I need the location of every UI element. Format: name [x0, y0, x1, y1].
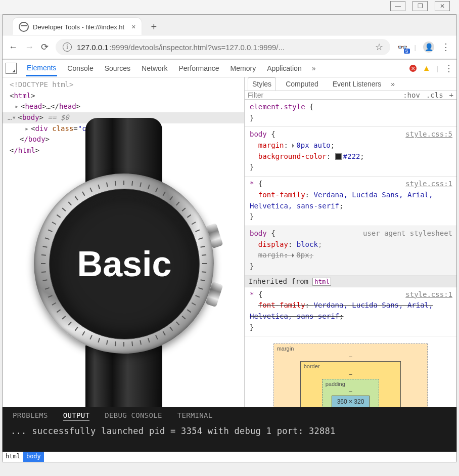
rule-source-link[interactable]: style.css:1: [405, 179, 452, 190]
forward-button[interactable]: →: [25, 42, 34, 53]
window-close-button[interactable]: ✕: [435, 1, 450, 11]
rule-source-link[interactable]: style.css:1: [405, 289, 452, 300]
error-badge-icon[interactable]: ✕: [409, 65, 417, 72]
back-button[interactable]: ←: [9, 42, 18, 53]
tab-performance[interactable]: Performance: [177, 61, 220, 75]
style-rule[interactable]: element.style {}: [245, 100, 456, 127]
window-minimize-button[interactable]: —: [390, 1, 405, 11]
browser-menu-button[interactable]: ⋮: [441, 41, 450, 53]
watch-crown-icon: [205, 282, 223, 308]
output-log-line: ... successfully launched pid = 3354 wit…: [3, 423, 456, 436]
bookmark-star-icon[interactable]: ☆: [375, 41, 383, 53]
devtools-menu-button[interactable]: ⋮: [444, 63, 453, 74]
tab-console[interactable]: Console: [66, 61, 94, 75]
box-model-diagram[interactable]: margin – border – padding – 360 × 320 –: [245, 336, 456, 407]
crumb-html[interactable]: html: [3, 452, 23, 462]
tab-problems[interactable]: PROBLEMS: [13, 411, 48, 421]
tab-event-listeners[interactable]: Event Listeners: [328, 77, 386, 91]
hover-toggle[interactable]: :hov: [403, 91, 420, 99]
color-swatch-icon[interactable]: [335, 153, 342, 160]
more-tabs-icon[interactable]: »: [312, 64, 316, 72]
window-maximize-button[interactable]: ❐: [412, 1, 428, 11]
warning-badge-icon[interactable]: ▲: [423, 64, 431, 73]
editor-output-panel: PROBLEMS OUTPUT DEBUG CONSOLE TERMINAL .…: [3, 407, 456, 452]
devtools-tabbar: Elements Console Sources Network Perform…: [3, 60, 456, 77]
globe-icon: [19, 22, 29, 32]
tab-network[interactable]: Network: [141, 61, 168, 75]
rule-source-label: user agent stylesheet: [363, 228, 452, 239]
style-rule[interactable]: style.css:1 * { font-family: Verdana, Lu…: [245, 177, 456, 226]
extension-badge: S: [404, 49, 410, 54]
extension-icon[interactable]: 👓 S: [397, 42, 407, 52]
box-model-size: 360 × 320: [332, 396, 370, 407]
style-rule[interactable]: style.css:5 body { margin: 0px auto; bac…: [245, 127, 456, 177]
tab-sources[interactable]: Sources: [104, 61, 131, 75]
browser-chrome: Developer Tools - file:///index.ht × + ←…: [2, 14, 457, 462]
more-style-tabs-icon[interactable]: »: [391, 80, 395, 88]
os-titlebar: — ❐ ✕: [0, 0, 459, 14]
add-rule-button[interactable]: +: [449, 91, 453, 99]
profile-avatar[interactable]: 👤: [423, 41, 434, 53]
tab-elements[interactable]: Elements: [26, 61, 57, 76]
inherited-from-divider: Inherited from html: [245, 276, 456, 287]
styles-filter-bar: Filter :hov .cls +: [245, 91, 456, 100]
element-picker-icon[interactable]: [6, 63, 17, 74]
tab-memory[interactable]: Memory: [230, 61, 257, 75]
dom-tree-pane: <!DOCTYPE html> <html> ▸<head>…</head> ……: [3, 77, 245, 407]
devtools: Elements Console Sources Network Perform…: [3, 59, 456, 462]
reload-button[interactable]: ⟳: [41, 41, 49, 53]
url-rest: :9999/devtools/inspector.html?ws=127.0.0…: [110, 43, 285, 52]
tab-computed[interactable]: Computed: [281, 77, 323, 91]
url-host: 127.0.0.1: [77, 43, 109, 52]
browser-window: — ❐ ✕ Developer Tools - file:///index.ht…: [0, 0, 459, 476]
crumb-body[interactable]: body: [23, 452, 44, 462]
tab-styles[interactable]: Styles: [248, 77, 276, 91]
browser-tab[interactable]: Developer Tools - file:///index.ht ×: [13, 18, 142, 35]
tab-strip: Developer Tools - file:///index.ht × +: [3, 15, 456, 35]
watch-preview: Basic: [15, 118, 227, 407]
tab-debug-console[interactable]: DEBUG CONSOLE: [105, 411, 162, 421]
new-tab-button[interactable]: +: [147, 20, 161, 34]
styles-pane: Styles Computed Event Listeners » Filter…: [245, 77, 456, 407]
tab-output[interactable]: OUTPUT: [63, 411, 89, 421]
site-info-icon[interactable]: i: [63, 42, 72, 52]
watch-crown-icon: [205, 223, 223, 249]
style-rule[interactable]: style.css:1 * { font-family: Verdana, Lu…: [245, 287, 456, 337]
close-tab-icon[interactable]: ×: [131, 23, 135, 31]
tab-title: Developer Tools - file:///index.ht: [33, 23, 124, 31]
address-bar[interactable]: i 127.0.0.1 :9999/devtools/inspector.htm…: [56, 39, 390, 55]
dom-doctype: <!DOCTYPE html>: [10, 80, 73, 89]
rule-source-link[interactable]: style.css:5: [405, 129, 452, 140]
watch-face-label: Basic: [77, 244, 172, 284]
tab-application[interactable]: Application: [266, 61, 303, 75]
dom-tree[interactable]: <!DOCTYPE html> <html> ▸<head>…</head> ……: [3, 77, 244, 156]
tab-terminal[interactable]: TERMINAL: [177, 411, 213, 421]
style-rule-ua[interactable]: user agent stylesheet body { display: bl…: [245, 226, 456, 276]
output-tabbar: PROBLEMS OUTPUT DEBUG CONSOLE TERMINAL: [3, 407, 456, 423]
styles-tabbar: Styles Computed Event Listeners »: [245, 77, 456, 91]
styles-filter-input[interactable]: Filter: [248, 91, 263, 99]
dom-breadcrumb[interactable]: html body: [3, 452, 456, 462]
cls-toggle[interactable]: .cls: [426, 91, 443, 99]
toolbar: ← → ⟳ i 127.0.0.1 :9999/devtools/inspect…: [3, 35, 456, 59]
